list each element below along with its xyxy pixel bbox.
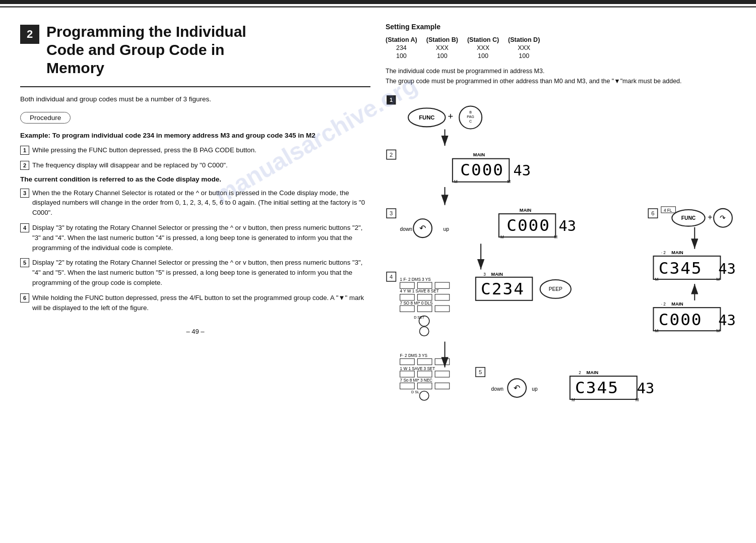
svg-text:up: up [532,386,538,392]
svg-text:M: M [507,179,511,184]
top-bar [0,0,756,4]
svg-text:2: 2 [390,152,393,158]
svg-text:3: 3 [390,210,393,216]
svg-text:M: M [716,277,720,282]
station-a-val2: 100 [386,52,426,60]
svg-text:C: C [469,119,472,124]
svg-text:MAIN: MAIN [587,370,599,375]
svg-text:43: 43 [637,380,654,397]
step-num-6: 6 [20,293,29,303]
svg-text:M: M [500,235,504,239]
svg-text:C345: C345 [659,259,703,278]
step-item-2: 2 The frequency display will disappear a… [20,160,370,170]
step-text-6: While holding the FUNC button depressed,… [32,293,370,313]
step-num-1: 1 [20,146,29,155]
svg-rect-66 [435,294,450,300]
setting-example-title: Setting Example [386,23,736,31]
svg-text:down: down [400,226,413,232]
step-num-4: 4 [20,223,29,232]
example-notes: The individual code must be programmed i… [386,66,736,86]
intro-text: Both individual and group codes must be … [20,95,370,103]
station-headers: (Station A) (Station B) (Station C) (Sta… [386,36,549,44]
right-column: Setting Example (Station A) (Station B) … [386,23,736,498]
svg-rect-86 [400,371,415,377]
svg-text:+: + [708,212,713,221]
step-text-4: Display "3" by rotating the Rotary Chann… [32,223,370,253]
svg-rect-61 [417,282,432,288]
example-note-2: The group code must be programmed in oth… [386,76,736,86]
svg-text:7 So  8 MI*  3 NEC: 7 So 8 MI* 3 NEC [400,378,432,383]
svg-text:B: B [469,110,472,114]
svg-text:F·  2 DMS  3 YS: F· 2 DMS 3 YS [400,353,428,358]
station-row1: 234 XXX XXX XXX [386,44,549,52]
svg-rect-84 [435,358,450,365]
step-item-1: 1 While pressing the FUNC button depress… [20,145,370,155]
step-list: 1 While pressing the FUNC button depress… [20,145,370,170]
svg-text:PAG: PAG [467,115,474,119]
svg-rect-91 [417,383,432,389]
svg-text:M: M [655,329,659,333]
step-text-3: When the the Rotary Channel Selector is … [32,188,370,218]
station-b-val2: 100 [426,52,467,60]
svg-text:43: 43 [718,260,735,277]
svg-text:↷: ↷ [720,214,726,222]
step-item-3: 3 When the the Rotary Channel Selector i… [20,188,370,218]
svg-text:· 2: · 2 [661,251,666,255]
svg-text:↶: ↶ [514,383,520,392]
svg-rect-62 [435,282,450,288]
code-display-note: The current condition is referred to as … [20,175,370,183]
station-c-header: (Station C) [467,36,508,44]
station-row2: 100 100 100 100 [386,52,549,60]
step-item-5: 5 Display "2" by rotating the Rotary Cha… [20,258,370,287]
svg-text:C234: C234 [481,279,525,298]
station-d-val1: XXX [508,44,549,52]
svg-text:C000: C000 [507,216,550,235]
svg-rect-60 [400,282,415,288]
svg-text:+: + [448,111,453,122]
example-heading: Example: To program individual code 234 … [20,132,370,139]
svg-rect-92 [435,383,450,389]
step-text-1: While pressing the FUNC button depressed… [32,145,257,155]
station-table: (Station A) (Station B) (Station C) (Sta… [386,36,549,60]
svg-point-73 [419,327,428,336]
svg-text:C345: C345 [575,378,619,397]
svg-rect-88 [435,371,450,377]
step-item-4: 4 Display "3" by rotating the Rotary Cha… [20,223,370,253]
svg-rect-82 [400,358,415,365]
svg-text:D SET: D SET [414,316,425,320]
svg-text:down: down [491,386,504,392]
svg-text:MAIN: MAIN [520,208,532,213]
svg-text:FUNC: FUNC [419,114,434,120]
svg-text:M: M [636,398,639,402]
svg-text:C000: C000 [659,310,703,329]
svg-text:M: M [572,398,575,402]
svg-rect-64 [400,294,415,300]
svg-text:5: 5 [479,369,482,375]
svg-rect-69 [417,306,432,312]
step-text-2: The frequency display will disappear and… [32,160,228,170]
station-d-val2: 100 [508,52,549,60]
svg-text:M: M [655,277,659,282]
page-number: – 49 – [20,328,370,335]
step-num-2: 2 [20,161,29,170]
svg-text:↶: ↶ [419,223,426,232]
svg-text:up: up [443,226,449,232]
station-a-header: (Station A) [386,36,426,44]
svg-text:3: 3 [483,272,486,277]
step-list-2: 3 When the the Rotary Channel Selector i… [20,188,370,313]
svg-text:MAIN: MAIN [491,272,503,277]
svg-text:PEEP: PEEP [549,286,562,292]
procedure-badge: Procedure [20,112,71,124]
example-note-1: The individual code must be programmed i… [386,66,736,76]
svg-text:4 Y W  1 SAVE  8 SET: 4 Y W 1 SAVE 8 SET [400,289,439,293]
svg-text:6: 6 [651,210,654,216]
svg-text:· 2: · 2 [661,302,666,307]
svg-text:4: 4 [390,274,393,280]
svg-text:C000: C000 [460,160,504,179]
step-item-6: 6 While holding the FUNC button depresse… [20,293,370,313]
svg-text:M: M [554,235,557,239]
svg-text:4 FL: 4 FL [664,208,672,213]
station-c-val2: 100 [467,52,508,60]
svg-rect-70 [435,306,450,312]
station-c-val1: XXX [467,44,508,52]
